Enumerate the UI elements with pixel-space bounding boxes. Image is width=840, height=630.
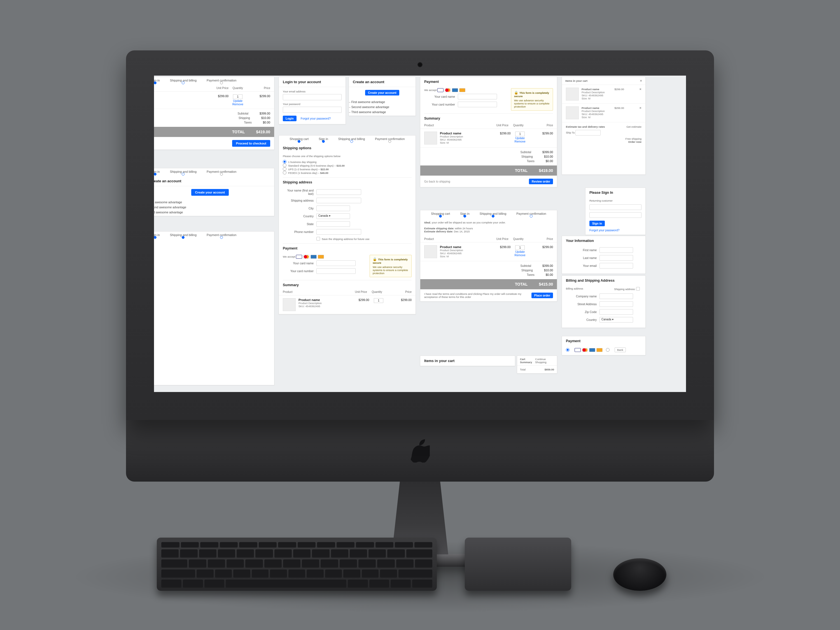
step-ship[interactable]: Shipping and billing: [338, 137, 365, 141]
company-input[interactable]: [600, 294, 633, 299]
step-ship[interactable]: Shipping and billing: [170, 170, 197, 173]
si-pw[interactable]: [589, 212, 641, 218]
last-input[interactable]: [600, 255, 633, 261]
ship-opts-title: Shipping options: [279, 144, 415, 152]
create-button[interactable]: Create your account: [191, 189, 229, 196]
cardno-input[interactable]: [316, 268, 355, 274]
panel-your-info: Your Information First name Last name Yo…: [562, 236, 646, 274]
ship-opt-1[interactable]: 1 business day shipping: [283, 160, 412, 164]
wireframe-canvas: Sign in Shipping and billing Payment con…: [154, 76, 686, 392]
step-signin[interactable]: Sign in: [154, 233, 160, 237]
cardname-input[interactable]: [458, 94, 497, 99]
trackpad: [465, 538, 571, 591]
create-button[interactable]: Create your account: [365, 90, 399, 95]
forgot-link[interactable]: Forgot your password?: [301, 117, 331, 120]
si-email[interactable]: [589, 204, 641, 210]
signin-button[interactable]: Sign in: [589, 221, 605, 226]
city-input[interactable]: [316, 205, 350, 211]
forgot-link[interactable]: Forgot your password?: [589, 229, 619, 232]
thumb: [424, 245, 437, 258]
review-button[interactable]: Review order: [529, 178, 553, 184]
addr-title: Shipping address: [279, 177, 415, 186]
secure-note: 🔒This form is completely secure We use a…: [369, 255, 412, 277]
qty-input[interactable]: 1: [233, 94, 243, 99]
panel-cart-summary: Cart Summary Continue Shopping Total $65…: [517, 355, 557, 374]
step-cart[interactable]: Shopping cart: [289, 137, 309, 141]
total-bar: TOTAL$419.00: [154, 127, 274, 137]
remove-link[interactable]: Remove: [229, 103, 247, 106]
chin: [126, 420, 714, 482]
step-signin[interactable]: Sign in: [319, 137, 328, 141]
thumb: [424, 132, 437, 144]
panel-cart-items: Items in your cart: [420, 355, 515, 366]
pay-card[interactable]: [566, 348, 571, 352]
terms-text: I have read the terms and conditions and…: [424, 292, 531, 298]
step-confirm[interactable]: Payment confirmation: [207, 79, 236, 82]
create-title: Create an account: [349, 77, 415, 87]
table-header: Product Unit Price Quantity Price: [279, 289, 415, 295]
ship-opt-3[interactable]: UPS (1-2 business days) – $22.00: [283, 167, 412, 171]
email-input[interactable]: [283, 94, 342, 100]
country-select[interactable]: Canada ▾: [316, 213, 350, 219]
advantage-list: First awesome advantage Second awesome a…: [349, 98, 415, 116]
phone-input[interactable]: [316, 229, 361, 235]
step-ship[interactable]: Shipping and billing: [170, 79, 197, 82]
thumb: [566, 106, 579, 119]
totals: Subtotal$399.00 Shipping$10.00 Taxes$0.0…: [154, 109, 274, 127]
back-link[interactable]: Go back to shipping: [424, 180, 450, 183]
table-header: Unit Price Quantity Price: [154, 85, 274, 92]
table-row: Product name Product Description SKU: 45…: [420, 129, 557, 148]
addr-input[interactable]: [316, 198, 361, 203]
panel-payment-2: Payment Bank: [562, 336, 646, 355]
screen-bezel: Sign in Shipping and billing Payment con…: [126, 51, 714, 420]
step-ship[interactable]: Shipping and billing: [170, 233, 197, 237]
unit-price: $299.00: [205, 94, 229, 106]
summary-title: Summary: [420, 114, 557, 122]
pay-bank[interactable]: [606, 348, 611, 352]
secure-note: 🔒This form is completely secure We use a…: [511, 88, 553, 111]
email-input[interactable]: [600, 263, 633, 268]
name-input[interactable]: [316, 189, 361, 195]
ship-opt-2[interactable]: Standard shipping (5-6 business days) – …: [283, 164, 412, 167]
shipto-input[interactable]: [575, 130, 601, 136]
save-addr-check[interactable]: Save the shipping address for future use: [316, 237, 412, 240]
password-input[interactable]: [283, 107, 342, 113]
zip-input[interactable]: [600, 309, 633, 315]
step-confirm[interactable]: Payment confirmation: [375, 137, 404, 141]
step-signin[interactable]: Sign in: [154, 170, 160, 173]
continue-link[interactable]: Continue Shopping: [535, 358, 554, 364]
thumb: [283, 298, 296, 311]
login-button[interactable]: Login: [283, 116, 297, 121]
state-input[interactable]: [316, 221, 350, 227]
lock-icon: 🔒: [373, 257, 377, 261]
close-icon[interactable]: ✕: [639, 106, 641, 109]
mouse: [613, 558, 666, 591]
cardno-input[interactable]: [458, 102, 497, 107]
country-select[interactable]: Canada ▾: [600, 317, 633, 322]
panel-shipping-flow: Shopping cart Sign in Shipping and billi…: [279, 135, 416, 314]
pay-title: Payment: [420, 77, 557, 85]
table-row: Product name Product Description SKU: 45…: [279, 295, 415, 314]
order-now-link[interactable]: Order now: [566, 140, 641, 144]
table-row: Product name $299.00 1 UpdateRemove $299…: [154, 92, 274, 109]
step-signin[interactable]: Sign in: [154, 79, 160, 82]
close-icon[interactable]: ✕: [640, 79, 642, 82]
step-confirm[interactable]: Payment confirmation: [207, 233, 236, 237]
step-confirm[interactable]: Payment confirmation: [207, 170, 236, 173]
close-icon[interactable]: ✕: [639, 88, 641, 91]
place-order-button[interactable]: Place order: [531, 293, 553, 298]
imac-device: Sign in Shipping and billing Payment con…: [126, 51, 714, 567]
advantage-list: First awesome advantage Second awesome a…: [154, 199, 274, 216]
cardname-input[interactable]: [316, 261, 355, 266]
thumb: [566, 88, 579, 101]
same-check[interactable]: [636, 287, 641, 291]
card-icons: [575, 348, 603, 352]
create-title: Create an account: [154, 176, 274, 186]
card-icons: [296, 255, 324, 259]
update-link[interactable]: Update: [229, 99, 247, 103]
ship-opt-4[interactable]: FEDEX (1 business day) – $46.00: [283, 171, 412, 174]
first-input[interactable]: [600, 247, 633, 253]
street-input[interactable]: [600, 301, 633, 307]
stepper: Shopping cart Sign in Shipping and billi…: [279, 136, 415, 144]
proceed-button[interactable]: Proceed to checkout: [232, 140, 270, 147]
